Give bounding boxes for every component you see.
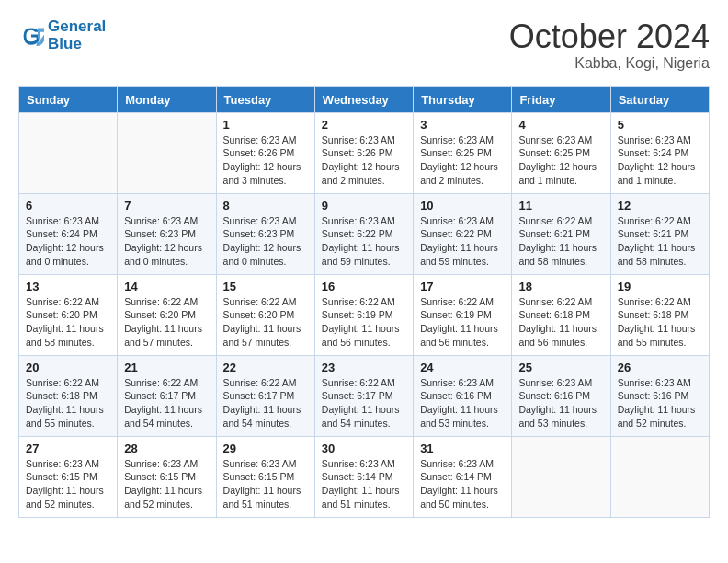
week-row-2: 6Sunrise: 6:23 AM Sunset: 6:24 PM Daylig… <box>19 193 710 274</box>
day-number: 24 <box>420 361 505 374</box>
calendar-cell: 9Sunrise: 6:23 AM Sunset: 6:22 PM Daylig… <box>314 193 413 274</box>
day-number: 28 <box>124 442 209 455</box>
calendar-cell: 10Sunrise: 6:23 AM Sunset: 6:22 PM Dayli… <box>414 193 512 274</box>
cell-content: Sunrise: 6:23 AM Sunset: 6:23 PM Dayligh… <box>223 214 308 269</box>
cell-content: Sunrise: 6:22 AM Sunset: 6:21 PM Dayligh… <box>518 214 603 269</box>
calendar-body: 1Sunrise: 6:23 AM Sunset: 6:26 PM Daylig… <box>19 112 710 517</box>
calendar-cell: 17Sunrise: 6:22 AM Sunset: 6:19 PM Dayli… <box>414 274 512 355</box>
day-number: 8 <box>223 199 308 213</box>
calendar-cell: 15Sunrise: 6:22 AM Sunset: 6:20 PM Dayli… <box>216 274 314 355</box>
calendar-cell: 3Sunrise: 6:23 AM Sunset: 6:25 PM Daylig… <box>414 112 512 193</box>
day-number: 1 <box>223 118 308 132</box>
day-number: 29 <box>223 442 308 455</box>
calendar-cell: 24Sunrise: 6:23 AM Sunset: 6:16 PM Dayli… <box>414 355 512 436</box>
cell-content: Sunrise: 6:22 AM Sunset: 6:18 PM Dayligh… <box>618 295 702 350</box>
day-number: 17 <box>420 280 505 293</box>
day-number: 11 <box>518 199 603 213</box>
header-day-wednesday: Wednesday <box>314 86 413 112</box>
cell-content: Sunrise: 6:22 AM Sunset: 6:20 PM Dayligh… <box>223 295 308 350</box>
cell-content: Sunrise: 6:23 AM Sunset: 6:16 PM Dayligh… <box>518 376 603 431</box>
week-row-1: 1Sunrise: 6:23 AM Sunset: 6:26 PM Daylig… <box>19 112 710 193</box>
calendar-cell: 12Sunrise: 6:22 AM Sunset: 6:21 PM Dayli… <box>610 193 709 274</box>
calendar-cell: 30Sunrise: 6:23 AM Sunset: 6:14 PM Dayli… <box>314 436 413 517</box>
calendar-cell: 5Sunrise: 6:23 AM Sunset: 6:24 PM Daylig… <box>610 112 709 193</box>
header-day-monday: Monday <box>118 86 216 112</box>
page-header: General Blue October 2024 Kabba, Kogi, N… <box>18 18 710 72</box>
calendar-cell: 16Sunrise: 6:22 AM Sunset: 6:19 PM Dayli… <box>314 274 413 355</box>
header-day-thursday: Thursday <box>414 86 512 112</box>
day-number: 12 <box>618 199 702 213</box>
calendar-table: SundayMondayTuesdayWednesdayThursdayFrid… <box>18 86 710 518</box>
cell-content: Sunrise: 6:22 AM Sunset: 6:17 PM Dayligh… <box>124 376 209 431</box>
calendar-cell: 4Sunrise: 6:23 AM Sunset: 6:25 PM Daylig… <box>512 112 610 193</box>
cell-content: Sunrise: 6:23 AM Sunset: 6:16 PM Dayligh… <box>420 376 505 431</box>
calendar-cell: 14Sunrise: 6:22 AM Sunset: 6:20 PM Dayli… <box>118 274 216 355</box>
calendar-cell: 31Sunrise: 6:23 AM Sunset: 6:14 PM Dayli… <box>414 436 512 517</box>
cell-content: Sunrise: 6:23 AM Sunset: 6:22 PM Dayligh… <box>322 214 406 269</box>
cell-content: Sunrise: 6:22 AM Sunset: 6:18 PM Dayligh… <box>26 376 110 431</box>
cell-content: Sunrise: 6:22 AM Sunset: 6:17 PM Dayligh… <box>322 376 406 431</box>
day-number: 9 <box>322 199 406 213</box>
cell-content: Sunrise: 6:22 AM Sunset: 6:20 PM Dayligh… <box>26 295 110 350</box>
cell-content: Sunrise: 6:23 AM Sunset: 6:15 PM Dayligh… <box>223 457 308 511</box>
title-block: October 2024 Kabba, Kogi, Nigeria <box>509 18 710 72</box>
month-title: October 2024 <box>509 18 710 55</box>
day-number: 14 <box>124 280 209 293</box>
cell-content: Sunrise: 6:23 AM Sunset: 6:25 PM Dayligh… <box>518 133 603 188</box>
cell-content: Sunrise: 6:23 AM Sunset: 6:15 PM Dayligh… <box>124 457 209 511</box>
day-number: 23 <box>322 361 406 374</box>
day-number: 15 <box>223 280 308 293</box>
week-row-5: 27Sunrise: 6:23 AM Sunset: 6:15 PM Dayli… <box>19 436 710 517</box>
calendar-cell <box>118 112 216 193</box>
calendar-cell: 13Sunrise: 6:22 AM Sunset: 6:20 PM Dayli… <box>19 274 118 355</box>
day-number: 5 <box>618 118 702 132</box>
week-row-3: 13Sunrise: 6:22 AM Sunset: 6:20 PM Dayli… <box>19 274 710 355</box>
header-row: SundayMondayTuesdayWednesdayThursdayFrid… <box>19 86 710 112</box>
calendar-cell: 26Sunrise: 6:23 AM Sunset: 6:16 PM Dayli… <box>610 355 709 436</box>
calendar-cell: 28Sunrise: 6:23 AM Sunset: 6:15 PM Dayli… <box>118 436 216 517</box>
calendar-header: SundayMondayTuesdayWednesdayThursdayFrid… <box>19 86 710 112</box>
day-number: 20 <box>26 361 110 374</box>
calendar-cell: 1Sunrise: 6:23 AM Sunset: 6:26 PM Daylig… <box>216 112 314 193</box>
cell-content: Sunrise: 6:22 AM Sunset: 6:19 PM Dayligh… <box>322 295 406 350</box>
day-number: 21 <box>124 361 209 374</box>
location: Kabba, Kogi, Nigeria <box>509 55 710 72</box>
cell-content: Sunrise: 6:22 AM Sunset: 6:20 PM Dayligh… <box>124 295 209 350</box>
cell-content: Sunrise: 6:23 AM Sunset: 6:26 PM Dayligh… <box>223 133 308 188</box>
header-day-sunday: Sunday <box>19 86 118 112</box>
calendar-cell: 18Sunrise: 6:22 AM Sunset: 6:18 PM Dayli… <box>512 274 610 355</box>
calendar-cell: 27Sunrise: 6:23 AM Sunset: 6:15 PM Dayli… <box>19 436 118 517</box>
calendar-cell: 21Sunrise: 6:22 AM Sunset: 6:17 PM Dayli… <box>118 355 216 436</box>
day-number: 10 <box>420 199 505 213</box>
day-number: 4 <box>518 118 603 132</box>
calendar-cell <box>512 436 610 517</box>
calendar-cell: 7Sunrise: 6:23 AM Sunset: 6:23 PM Daylig… <box>118 193 216 274</box>
cell-content: Sunrise: 6:22 AM Sunset: 6:18 PM Dayligh… <box>518 295 603 350</box>
day-number: 25 <box>518 361 603 374</box>
calendar-cell: 11Sunrise: 6:22 AM Sunset: 6:21 PM Dayli… <box>512 193 610 274</box>
cell-content: Sunrise: 6:22 AM Sunset: 6:19 PM Dayligh… <box>420 295 505 350</box>
day-number: 7 <box>124 199 209 213</box>
day-number: 16 <box>322 280 406 293</box>
cell-content: Sunrise: 6:23 AM Sunset: 6:22 PM Dayligh… <box>420 214 505 269</box>
day-number: 19 <box>618 280 702 293</box>
cell-content: Sunrise: 6:23 AM Sunset: 6:14 PM Dayligh… <box>420 457 505 511</box>
calendar-cell: 25Sunrise: 6:23 AM Sunset: 6:16 PM Dayli… <box>512 355 610 436</box>
calendar-cell: 20Sunrise: 6:22 AM Sunset: 6:18 PM Dayli… <box>19 355 118 436</box>
cell-content: Sunrise: 6:22 AM Sunset: 6:17 PM Dayligh… <box>223 376 308 431</box>
day-number: 30 <box>322 442 406 455</box>
calendar-cell: 29Sunrise: 6:23 AM Sunset: 6:15 PM Dayli… <box>216 436 314 517</box>
day-number: 6 <box>26 199 110 213</box>
logo-icon <box>18 23 44 49</box>
calendar-cell: 6Sunrise: 6:23 AM Sunset: 6:24 PM Daylig… <box>19 193 118 274</box>
cell-content: Sunrise: 6:23 AM Sunset: 6:15 PM Dayligh… <box>26 457 110 511</box>
calendar-cell: 2Sunrise: 6:23 AM Sunset: 6:26 PM Daylig… <box>314 112 413 193</box>
cell-content: Sunrise: 6:23 AM Sunset: 6:16 PM Dayligh… <box>618 376 702 431</box>
header-day-tuesday: Tuesday <box>216 86 314 112</box>
calendar-cell: 8Sunrise: 6:23 AM Sunset: 6:23 PM Daylig… <box>216 193 314 274</box>
calendar-cell <box>610 436 709 517</box>
day-number: 27 <box>26 442 110 455</box>
day-number: 22 <box>223 361 308 374</box>
cell-content: Sunrise: 6:23 AM Sunset: 6:14 PM Dayligh… <box>322 457 406 511</box>
cell-content: Sunrise: 6:23 AM Sunset: 6:23 PM Dayligh… <box>124 214 209 269</box>
